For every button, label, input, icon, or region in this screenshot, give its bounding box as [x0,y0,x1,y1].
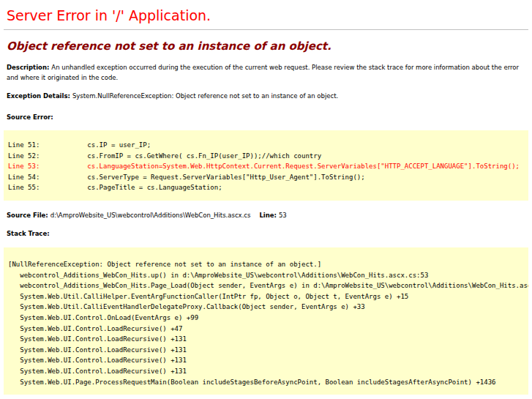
exception-details-label: Exception Details: [7,92,72,100]
source-error-box: Line 51: cs.IP = user_IP; Line 52: cs.Fr… [4,130,528,201]
line-number: 53 [279,212,287,219]
source-file-path: d:\AmproWebsite_US\webcontrol\Additions\… [50,212,251,219]
error-subtitle: Object reference not set to an instance … [7,40,528,53]
source-file-label: Source File: [7,212,50,219]
source-line: Line 55: cs.PageTitle = cs.LanguageStati… [8,184,222,191]
aspnet-error-page: { "page": { "title": "Server Error in '/… [0,0,532,399]
line-label: Line: [259,212,279,219]
top-divider [4,29,528,30]
source-line-highlighted: Line 53: cs.LanguageStation=System.Web.H… [8,163,520,170]
source-line: Line 54: cs.ServerType = Request.ServerV… [8,174,365,181]
stack-trace-listing: [NullReferenceException: Object referenc… [4,247,528,395]
exception-details-text: System.NullReferenceException: Object re… [72,92,338,100]
source-code-listing: Line 51: cs.IP = user_IP; Line 52: cs.Fr… [4,130,528,201]
stack-trace-label: Stack Trace: [7,229,525,239]
source-file-paragraph: Source File: d:\AmproWebsite_US\webcontr… [7,211,525,221]
source-error-label: Source Error: [7,113,525,123]
description-text: An unhandled exception occurred during t… [7,64,519,81]
source-line: Line 51: cs.IP = user_IP; [8,141,151,149]
description-paragraph: Description: An unhandled exception occu… [7,63,525,83]
exception-details-paragraph: Exception Details: System.NullReferenceE… [7,92,525,102]
page-title: Server Error in '/' Application. [7,6,528,25]
description-label: Description: [7,64,51,71]
source-line: Line 52: cs.FromIP = cs.GetWhere( cs.Fn_… [8,152,321,160]
stack-trace-box: [NullReferenceException: Object referenc… [4,247,528,395]
